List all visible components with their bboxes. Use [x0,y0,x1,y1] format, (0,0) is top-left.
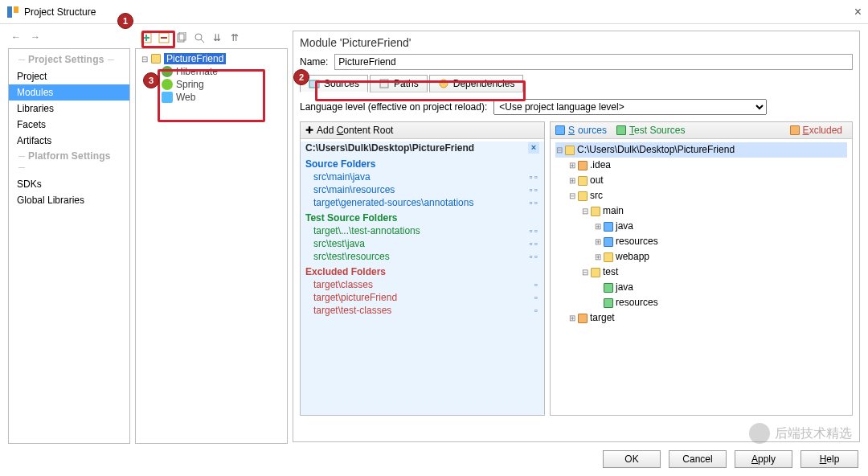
back-icon[interactable]: ← [10,31,23,43]
dir-node[interactable]: ⊞resources [555,234,847,249]
module-icon [151,54,161,64]
sources-legend-icon [555,125,565,135]
collapse-all-icon[interactable]: ⇈ [228,31,241,44]
facet-hibernate[interactable]: Hibernate [141,65,282,78]
copy-icon[interactable] [175,31,188,44]
dir-node[interactable]: ⊞webapp [555,249,847,265]
dir-node[interactable]: ⊟src [555,188,847,203]
facet-spring[interactable]: Spring [141,78,282,91]
paths-tab-icon [379,78,390,89]
directory-tree-panel: SSourcesources Test Sources Excluded ⊟C:… [550,121,853,416]
nav-project[interactable]: Project [9,68,129,84]
apply-button[interactable]: Apply [735,450,792,468]
nav-artifacts[interactable]: Artifacts [9,133,129,149]
dir-node[interactable]: resources [555,295,847,310]
callout-3: 3 [143,72,159,88]
expand-all-icon[interactable]: ⇊ [211,31,223,44]
test-folders-header: Test Source Folders [301,209,544,224]
folder-actions[interactable]: ▫ [534,305,539,316]
svg-point-6 [195,34,202,40]
name-label: Name: [300,56,328,68]
module-root[interactable]: ⊟ PictureFriend [141,52,282,65]
close-icon[interactable]: × [854,5,862,19]
nav-sdks[interactable]: SDKs [9,176,129,192]
app-logo-icon [6,6,19,18]
module-name-input[interactable] [334,54,853,70]
remove-root-icon[interactable]: × [528,142,539,154]
language-level-label: Language level (effective on project rel… [300,101,487,113]
deps-tab-icon [438,78,449,89]
excluded-folder[interactable]: target\test-classes▫ [301,304,544,317]
spring-icon [162,79,173,90]
folder-actions[interactable]: ▫▫ [529,197,539,208]
add-content-root-icon[interactable]: ✚ [305,125,313,136]
test-folder[interactable]: src\test\java▫▫ [301,237,544,250]
source-folder[interactable]: src\main\resources▫▫ [301,183,544,196]
tests-legend[interactable]: Test Sources [629,125,685,136]
hibernate-icon [162,66,173,77]
add-module-icon[interactable] [140,31,153,44]
svg-rect-8 [380,80,388,88]
dir-node[interactable]: ⊟test [555,265,847,280]
folder-actions[interactable]: ▫ [534,279,539,290]
settings-nav: Project Settings Project Modules Librari… [8,48,130,444]
excluded-folder[interactable]: target\classes▫ [301,278,544,291]
folder-actions[interactable]: ▫ [534,292,539,303]
excluded-folder[interactable]: target\pictureFriend▫ [301,291,544,304]
callout-2: 2 [293,69,309,85]
source-folders-header: Source Folders [301,155,544,170]
content-root-panel: ✚Add Content Root C:\Users\Dulk\Desktop\… [300,121,545,416]
web-icon [162,92,173,103]
folder-actions[interactable]: ▫▫ [529,171,539,183]
svg-point-9 [440,80,448,88]
section-platform-settings: Platform Settings [9,149,129,176]
remove-module-icon[interactable] [158,31,170,44]
folder-actions[interactable]: ▫▫ [529,238,539,249]
ok-button[interactable]: OK [603,450,661,468]
module-title: Module 'PictureFriend' [300,36,853,54]
folder-actions[interactable]: ▫▫ [529,251,539,262]
test-folder[interactable]: src\test\resources▫▫ [301,250,544,263]
tests-legend-icon [616,125,626,135]
window-title: Project Structure [24,6,96,18]
help-button[interactable]: Help [800,450,858,468]
test-folder[interactable]: target\...\test-annotations▫▫ [301,224,544,237]
cancel-button[interactable]: Cancel [669,450,727,468]
nav-facets[interactable]: Facets [9,117,129,133]
facet-web[interactable]: Web [141,91,282,104]
add-content-root-label[interactable]: Add Content Root [317,125,393,136]
tab-sources[interactable]: Sources [300,75,368,92]
nav-libraries[interactable]: Libraries [9,101,129,117]
module-tree: ⊟ PictureFriend Hibernate Spring Web [135,48,288,444]
dir-node[interactable]: ⊞out [555,173,847,188]
source-folder[interactable]: target\generated-sources\annotations▫▫ [301,196,544,209]
callout-1: 1 [117,13,133,29]
dir-node[interactable]: ⊞java [555,219,847,234]
folder-actions[interactable]: ▫▫ [529,184,539,195]
svg-rect-0 [7,6,12,18]
nav-modules[interactable]: Modules [9,84,129,101]
excluded-legend-icon [790,125,800,135]
section-project-settings: Project Settings [9,52,129,68]
dir-root[interactable]: ⊟C:\Users\Dulk\Desktop\PictureFriend [555,142,847,158]
dir-node[interactable]: ⊞target [555,310,847,326]
language-level-select[interactable]: <Use project language level> [493,99,767,115]
dir-node[interactable]: ⊟main [555,203,847,219]
forward-icon[interactable]: → [29,31,42,43]
watermark: 后端技术精选 [749,423,852,444]
dir-node[interactable]: java [555,280,847,295]
dir-node[interactable]: ⊞.idea [555,158,847,173]
source-folder[interactable]: src\main\java▫▫ [301,170,544,183]
collapse-icon[interactable]: ⊟ [141,55,148,64]
tab-paths[interactable]: Paths [370,75,428,92]
tab-dependencies[interactable]: Dependencies [429,75,524,92]
folder-actions[interactable]: ▫▫ [529,225,539,236]
content-root-path[interactable]: C:\Users\Dulk\Desktop\PictureFriend× [301,139,544,155]
search-icon[interactable] [193,31,206,44]
excluded-folders-header: Excluded Folders [301,263,544,278]
svg-rect-7 [309,80,319,88]
svg-rect-1 [14,6,18,13]
nav-global-libraries[interactable]: Global Libraries [9,192,129,208]
excluded-legend[interactable]: Excluded [803,125,842,136]
module-toolbar: ⇊ ⇈ [135,31,288,48]
